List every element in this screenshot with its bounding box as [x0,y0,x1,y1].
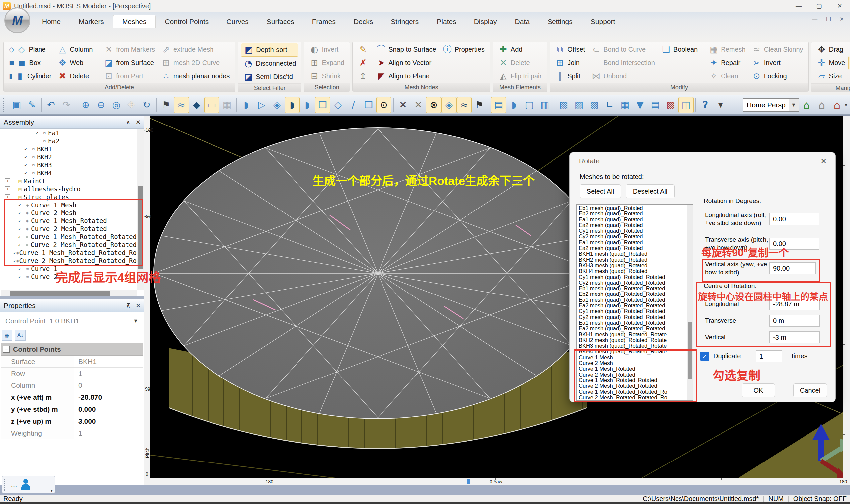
toolbar-icon[interactable] [587,97,602,113]
toolbar-icon[interactable] [254,97,269,113]
toolbar-icon[interactable] [554,98,555,111]
invert-button[interactable]: Invert [749,56,806,69]
ribbon-tab[interactable]: Display [465,15,506,28]
tree-item[interactable]: MainCL [1,177,137,185]
property-row[interactable]: Surface BKH1 [1,356,143,367]
semi-disctd-button[interactable]: Semi-Disc'td [241,70,299,83]
toolbar-icon[interactable] [315,97,330,113]
toolbar-icon[interactable] [663,97,679,113]
toolbar-icon[interactable] [76,98,76,111]
toolbar-icon[interactable] [522,97,537,113]
repair-button[interactable]: Repair [706,56,748,69]
boolean-button[interactable]: Boolean [658,43,700,56]
view-home-icon[interactable] [829,97,845,113]
element-delete-button[interactable]: Delete [496,56,544,69]
web-button[interactable]: Web [55,56,95,69]
mesh-list-item[interactable]: Cy1 mesh (quad)_Rotated [579,228,693,234]
toolbar-icon[interactable] [24,97,39,113]
bond-intersection-button[interactable]: Bond Intersection [589,56,658,69]
rotate-button[interactable]: Rotate [848,56,850,70]
toolbar-icon[interactable] [698,97,713,113]
panel-splitter[interactable] [0,296,144,299]
ribbon-tab[interactable]: Surfaces [258,15,303,28]
toolbar-icon[interactable] [189,97,204,113]
categorized-view-button[interactable]: ▦ [2,330,12,341]
flip-tri-pair-button[interactable]: Flip tri pair [496,69,544,83]
collapse-icon[interactable]: − [3,346,10,353]
toolbar-overflow-icon[interactable] [845,102,847,108]
sort-az-button[interactable]: A↓ [15,330,25,341]
flip-button[interactable]: Flip [848,43,850,56]
status-object-snap[interactable]: Object Snap: OFF [793,495,847,503]
toolbar-icon[interactable] [491,97,506,113]
toolbar-icon[interactable] [489,98,489,111]
dialog-close-icon[interactable]: ✕ [821,157,827,166]
invert-selection-button[interactable]: Invert [307,43,347,56]
toolbar-icon[interactable] [124,97,139,113]
toolbar-icon[interactable] [441,97,456,113]
maximize-button[interactable]: ▢ [809,0,829,12]
mesh-list-item[interactable]: Cy2 mesh (quad)_Rotated_Rotated [579,280,693,286]
tree-item[interactable]: BKH4 [1,169,137,177]
shrink-button[interactable]: Shrink [307,69,347,83]
toolbar-icon[interactable] [300,97,315,113]
mesh-list-item[interactable]: Eb2 mesh (quad)_Rotated_Rotated [579,291,693,297]
toolbar-icon[interactable] [695,98,696,111]
view-selector-combo[interactable]: Home Persp ▼ [743,98,799,111]
property-object-combo[interactable]: Control Point: 1 0 BKH1 ▼ [2,314,142,328]
view-home-icon[interactable] [814,97,829,113]
node-edit-button[interactable] [355,43,373,56]
split-button[interactable]: Split [553,69,588,83]
from-surface-button[interactable]: from Surface [101,56,158,69]
expand-button[interactable]: Expand [307,56,347,69]
toolbar-icon[interactable] [426,97,441,113]
duplicate-checkbox[interactable]: ✓ [700,352,709,361]
toolbar-icon[interactable] [269,97,285,113]
pin-icon[interactable]: ⊼ [126,302,130,309]
toolbar-icon[interactable] [158,97,174,113]
tree-item[interactable]: BKH3 [1,161,137,169]
mesh-list-item[interactable]: BKH1 mesh (quad)_Rotated [579,251,693,257]
tree-item[interactable]: Ea2 [1,137,137,145]
toolbar-icon[interactable] [109,97,124,113]
delete-button[interactable]: Delete [55,69,95,83]
toolbar-icon[interactable] [556,97,572,113]
mesh-list-item[interactable]: Cy2 mesh (quad)_Rotated_Rotated [579,314,693,320]
ribbon-tab[interactable]: Decks [345,15,382,28]
mesh-list-item[interactable]: BKH2 mesh (quad)_Rotated [579,257,693,263]
from-part-button[interactable]: from Part [101,69,158,83]
toolbar-icon[interactable] [361,97,376,113]
duplicate-times-input[interactable]: 1 [756,350,782,362]
tree-item[interactable]: BKH2 [1,153,137,161]
mesh-list-item[interactable]: Ea2 mesh (quad)_Rotated [579,245,693,251]
toolbar-icon[interactable] [602,97,617,113]
toolbar-icon[interactable] [713,97,728,113]
deselect-all-button[interactable]: Deselect All [626,184,675,198]
toolbar-icon[interactable] [41,98,42,111]
ribbon-tab[interactable]: Settings [539,15,582,28]
close-button[interactable]: ✕ [829,0,850,12]
remesh-button[interactable]: Remesh [706,43,748,56]
mesh-list-item[interactable]: Cy2 mesh (quad)_Rotated [579,234,693,239]
from-markers-button[interactable]: from Markers [101,43,158,56]
mesh-list-item[interactable]: Ea2 mesh (quad)_Rotated [579,222,693,228]
depth-sort-button[interactable]: Depth-sort [241,43,299,57]
ribbon-tab[interactable]: Markers [70,15,113,28]
toolbar-icon[interactable] [236,98,237,111]
toolbar-icon[interactable] [239,97,254,113]
plane-button[interactable]: Plane [6,43,54,56]
property-row[interactable]: Weighting 1 [1,427,143,439]
toolbar-icon[interactable] [376,97,392,113]
mesh-list-item[interactable]: Ea1 mesh (quad)_Rotated [579,240,693,245]
clean-skinny-button[interactable]: Clean Skinny [749,43,806,56]
toolbar-icon[interactable] [156,98,157,111]
tree-expand-icon[interactable] [5,178,11,184]
toolbar-icon[interactable] [43,97,59,113]
size-button[interactable]: Size [814,69,848,83]
property-group-header[interactable]: − Control Points [1,343,143,356]
toolbar-icon[interactable] [633,97,648,113]
toolbar-icon[interactable] [648,97,663,113]
property-row[interactable]: Column 0 [1,379,143,392]
snap-to-surface-button[interactable]: Snap to Surface [374,43,439,56]
node-delete-button[interactable] [355,56,373,69]
